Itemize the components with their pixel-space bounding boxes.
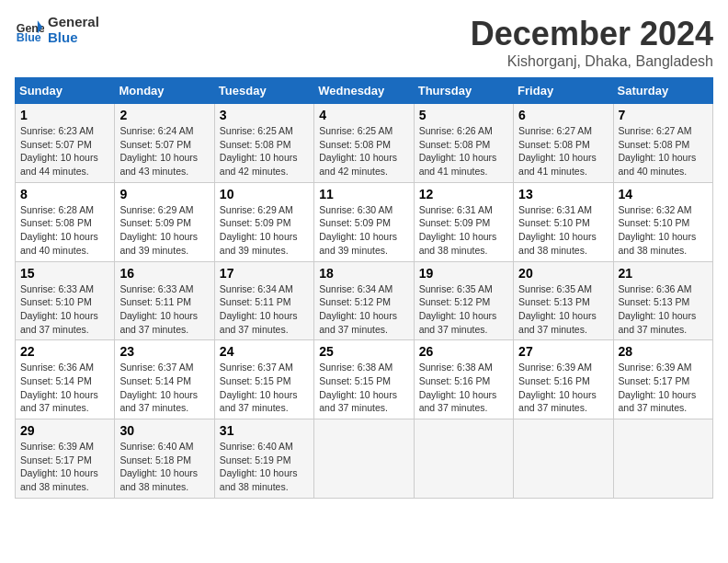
calendar-cell: [314, 419, 414, 499]
day-number: 6: [518, 108, 608, 122]
calendar-cell: [414, 419, 513, 499]
calendar-cell: 7 Sunrise: 6:27 AMSunset: 5:08 PMDayligh…: [613, 104, 712, 183]
day-info: Sunrise: 6:27 AMSunset: 5:08 PMDaylight:…: [518, 125, 597, 177]
calendar-cell: 19 Sunrise: 6:35 AMSunset: 5:12 PMDaylig…: [414, 261, 513, 340]
calendar-cell: 17 Sunrise: 6:34 AMSunset: 5:11 PMDaylig…: [214, 261, 313, 340]
calendar-cell: 26 Sunrise: 6:38 AMSunset: 5:16 PMDaylig…: [414, 340, 513, 419]
day-number: 28: [619, 344, 708, 359]
calendar-cell: 11 Sunrise: 6:30 AMSunset: 5:09 PMDaylig…: [314, 182, 414, 261]
calendar-cell: 23 Sunrise: 6:37 AMSunset: 5:14 PMDaylig…: [115, 340, 214, 419]
calendar-cell: 20 Sunrise: 6:35 AMSunset: 5:13 PMDaylig…: [514, 261, 613, 340]
day-number: 30: [119, 423, 209, 438]
calendar-cell: 31 Sunrise: 6:40 AMSunset: 5:19 PMDaylig…: [214, 419, 313, 499]
day-info: Sunrise: 6:30 AMSunset: 5:09 PMDaylight:…: [319, 204, 397, 256]
day-info: Sunrise: 6:36 AMSunset: 5:13 PMDaylight:…: [619, 283, 697, 335]
day-number: 3: [220, 108, 309, 122]
calendar-cell: 16 Sunrise: 6:33 AMSunset: 5:11 PMDaylig…: [115, 261, 214, 340]
location-title: Kishorganj, Dhaka, Bangladesh: [471, 53, 713, 70]
calendar-cell: 21 Sunrise: 6:36 AMSunset: 5:13 PMDaylig…: [613, 261, 712, 340]
day-number: 5: [419, 108, 508, 122]
calendar-cell: 28 Sunrise: 6:39 AMSunset: 5:17 PMDaylig…: [613, 340, 712, 419]
day-number: 7: [619, 108, 708, 122]
header-row: Sunday Monday Tuesday Wednesday Thursday…: [16, 78, 713, 104]
calendar-cell: 18 Sunrise: 6:34 AMSunset: 5:12 PMDaylig…: [314, 261, 414, 340]
calendar-cell: 3 Sunrise: 6:25 AMSunset: 5:08 PMDayligh…: [214, 104, 313, 183]
day-number: 17: [220, 266, 309, 281]
day-number: 14: [619, 187, 708, 201]
day-info: Sunrise: 6:40 AMSunset: 5:18 PMDaylight:…: [119, 441, 198, 492]
calendar-cell: 15 Sunrise: 6:33 AMSunset: 5:10 PMDaylig…: [16, 261, 115, 340]
page-header: General Blue General Blue December 2024 …: [15, 15, 713, 70]
day-number: 26: [419, 344, 508, 359]
calendar-cell: [613, 419, 712, 499]
day-number: 15: [20, 266, 109, 281]
day-number: 13: [518, 187, 608, 201]
calendar-cell: 4 Sunrise: 6:25 AMSunset: 5:08 PMDayligh…: [314, 104, 414, 183]
col-sunday: Sunday: [16, 78, 115, 104]
day-number: 20: [518, 266, 608, 281]
calendar-cell: 29 Sunrise: 6:39 AMSunset: 5:17 PMDaylig…: [16, 419, 115, 499]
day-info: Sunrise: 6:34 AMSunset: 5:11 PMDaylight:…: [220, 283, 298, 335]
day-info: Sunrise: 6:29 AMSunset: 5:09 PMDaylight:…: [220, 204, 298, 256]
day-number: 21: [619, 266, 708, 281]
day-info: Sunrise: 6:27 AMSunset: 5:08 PMDaylight:…: [619, 125, 697, 177]
svg-text:Blue: Blue: [17, 31, 41, 44]
day-number: 1: [20, 108, 109, 122]
day-info: Sunrise: 6:39 AMSunset: 5:17 PMDaylight:…: [619, 362, 697, 413]
day-info: Sunrise: 6:29 AMSunset: 5:09 PMDaylight:…: [119, 204, 198, 256]
calendar-cell: 9 Sunrise: 6:29 AMSunset: 5:09 PMDayligh…: [115, 182, 214, 261]
day-number: 19: [419, 266, 508, 281]
month-title: December 2024: [471, 15, 713, 53]
col-friday: Friday: [514, 78, 613, 104]
day-info: Sunrise: 6:37 AMSunset: 5:14 PMDaylight:…: [119, 362, 198, 413]
day-info: Sunrise: 6:35 AMSunset: 5:13 PMDaylight:…: [518, 283, 597, 335]
col-tuesday: Tuesday: [214, 78, 313, 104]
col-thursday: Thursday: [414, 78, 513, 104]
day-number: 23: [119, 344, 209, 359]
calendar-table: Sunday Monday Tuesday Wednesday Thursday…: [15, 77, 713, 499]
calendar-cell: 5 Sunrise: 6:26 AMSunset: 5:08 PMDayligh…: [414, 104, 513, 183]
day-info: Sunrise: 6:26 AMSunset: 5:08 PMDaylight:…: [419, 125, 497, 177]
day-number: 10: [220, 187, 309, 201]
calendar-week-row: 15 Sunrise: 6:33 AMSunset: 5:10 PMDaylig…: [16, 261, 713, 340]
day-info: Sunrise: 6:32 AMSunset: 5:10 PMDaylight:…: [619, 204, 697, 256]
day-number: 11: [319, 187, 408, 201]
day-info: Sunrise: 6:31 AMSunset: 5:10 PMDaylight:…: [518, 204, 597, 256]
logo-line1: General: [48, 15, 99, 30]
logo-icon: General Blue: [15, 16, 44, 45]
calendar-body: 1 Sunrise: 6:23 AMSunset: 5:07 PMDayligh…: [16, 104, 713, 499]
logo: General Blue General Blue: [15, 15, 99, 45]
calendar-cell: 6 Sunrise: 6:27 AMSunset: 5:08 PMDayligh…: [514, 104, 613, 183]
day-info: Sunrise: 6:24 AMSunset: 5:07 PMDaylight:…: [119, 125, 198, 177]
day-info: Sunrise: 6:28 AMSunset: 5:08 PMDaylight:…: [20, 204, 98, 256]
col-monday: Monday: [115, 78, 214, 104]
calendar-cell: 27 Sunrise: 6:39 AMSunset: 5:16 PMDaylig…: [514, 340, 613, 419]
calendar-cell: 1 Sunrise: 6:23 AMSunset: 5:07 PMDayligh…: [16, 104, 115, 183]
day-number: 24: [220, 344, 309, 359]
day-number: 4: [319, 108, 408, 122]
day-number: 31: [220, 423, 309, 438]
day-info: Sunrise: 6:23 AMSunset: 5:07 PMDaylight:…: [20, 125, 98, 177]
calendar-cell: 10 Sunrise: 6:29 AMSunset: 5:09 PMDaylig…: [214, 182, 313, 261]
calendar-week-row: 29 Sunrise: 6:39 AMSunset: 5:17 PMDaylig…: [16, 419, 713, 499]
day-info: Sunrise: 6:36 AMSunset: 5:14 PMDaylight:…: [20, 362, 98, 413]
calendar-cell: 2 Sunrise: 6:24 AMSunset: 5:07 PMDayligh…: [115, 104, 214, 183]
title-section: December 2024 Kishorganj, Dhaka, Banglad…: [471, 15, 713, 70]
calendar-cell: 22 Sunrise: 6:36 AMSunset: 5:14 PMDaylig…: [16, 340, 115, 419]
day-info: Sunrise: 6:25 AMSunset: 5:08 PMDaylight:…: [220, 125, 298, 177]
day-number: 22: [20, 344, 109, 359]
day-info: Sunrise: 6:25 AMSunset: 5:08 PMDaylight:…: [319, 125, 397, 177]
day-number: 27: [518, 344, 608, 359]
calendar-cell: [514, 419, 613, 499]
calendar-week-row: 8 Sunrise: 6:28 AMSunset: 5:08 PMDayligh…: [16, 182, 713, 261]
day-info: Sunrise: 6:38 AMSunset: 5:16 PMDaylight:…: [419, 362, 497, 413]
day-number: 2: [119, 108, 209, 122]
day-info: Sunrise: 6:31 AMSunset: 5:09 PMDaylight:…: [419, 204, 497, 256]
day-info: Sunrise: 6:40 AMSunset: 5:19 PMDaylight:…: [220, 441, 298, 492]
day-number: 18: [319, 266, 408, 281]
day-number: 9: [119, 187, 209, 201]
day-number: 25: [319, 344, 408, 359]
day-info: Sunrise: 6:35 AMSunset: 5:12 PMDaylight:…: [419, 283, 497, 335]
calendar-cell: 12 Sunrise: 6:31 AMSunset: 5:09 PMDaylig…: [414, 182, 513, 261]
calendar-cell: 24 Sunrise: 6:37 AMSunset: 5:15 PMDaylig…: [214, 340, 313, 419]
